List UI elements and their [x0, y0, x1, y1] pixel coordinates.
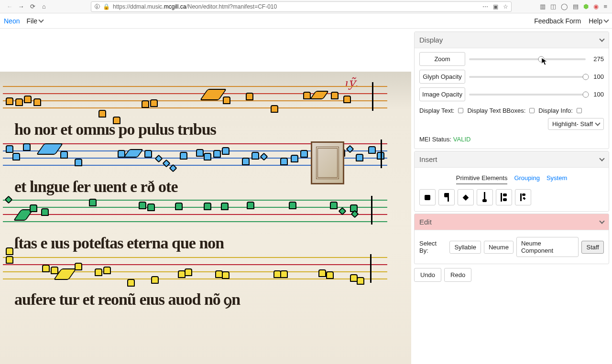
staff-1[interactable]	[3, 86, 387, 115]
undo-redo-row: Undo Redo	[414, 268, 609, 282]
back-button[interactable]: ←	[5, 2, 14, 11]
canvas-area[interactable]: ıỹ.	[0, 29, 411, 364]
select-neume[interactable]: Neume	[484, 241, 514, 254]
ext2-icon[interactable]: ◉	[593, 3, 599, 10]
image-opacity-thumb[interactable]	[583, 91, 589, 97]
url-actions: ⋯ ▣ ☆	[482, 3, 508, 10]
display-toggles: Display Text: Display Text BBoxes: Displ…	[419, 105, 604, 134]
sidebar-icon[interactable]: ◫	[550, 3, 556, 10]
edit-panel-header[interactable]: Edit	[415, 214, 609, 230]
mei-status-row: MEI Status: VALID	[419, 134, 604, 145]
mei-status-value: VALID	[453, 136, 471, 143]
lock-icon: 🔒	[103, 3, 110, 10]
main: ıỹ.	[0, 29, 612, 364]
highlight-label: Highlight- Staff	[552, 120, 593, 128]
glyph-opacity-slider[interactable]	[469, 76, 586, 78]
url-bar[interactable]: 🛈 🔒 https://ddmal.music.mcgill.ca/Neon/e…	[91, 1, 512, 12]
glyph-c-clef[interactable]	[496, 189, 512, 205]
save-icon[interactable]: ▤	[573, 3, 579, 10]
hamburger-icon[interactable]: ≡	[603, 3, 607, 10]
select-staff[interactable]: Staff	[581, 241, 604, 254]
image-opacity-value: 100	[590, 91, 604, 98]
display-panel-header[interactable]: Display	[415, 32, 609, 48]
glyph-buttons	[419, 185, 604, 207]
zoom-row: Zoom 275	[419, 52, 604, 66]
svg-rect-10	[522, 193, 525, 196]
svg-rect-3	[463, 194, 469, 201]
insert-panel-header[interactable]: Insert	[415, 151, 609, 168]
svg-rect-6	[501, 193, 502, 202]
image-opacity-row: Image Opacity 100	[419, 87, 604, 101]
glyph-opacity-thumb[interactable]	[583, 74, 589, 80]
edit-panel: Edit Select By: Syllable Neume Neume Com…	[414, 214, 609, 264]
shield-icon: 🛈	[94, 3, 100, 10]
chevron-down-icon	[599, 218, 604, 224]
select-neume-component[interactable]: Neume Component	[516, 237, 579, 257]
decorated-initial	[311, 141, 344, 184]
svg-rect-11	[523, 197, 525, 200]
zoom-thumb[interactable]	[538, 56, 545, 62]
chevron-down-icon	[603, 17, 609, 22]
highlight-dropdown[interactable]: Highlight- Staff	[548, 118, 604, 130]
nav-arrow-group: ← → ⟳ ⌂	[5, 2, 49, 11]
image-opacity-slider[interactable]	[469, 94, 586, 96]
url-text: https://ddmal.music.mcgill.ca/Neon/edito…	[113, 3, 480, 10]
svg-rect-2	[448, 193, 449, 202]
display-info-checkbox[interactable]	[577, 108, 582, 113]
insert-panel: Insert Primitive Elements Grouping Syste…	[414, 151, 609, 212]
image-opacity-label: Image Opacity	[419, 87, 465, 101]
home-button[interactable]: ⌂	[39, 2, 49, 11]
display-text-checkbox[interactable]	[458, 108, 463, 113]
bookmark-star-icon[interactable]: ☆	[503, 3, 508, 10]
zoom-label: Zoom	[419, 52, 465, 66]
lyric-line-1: ho nor et omnıs po pulus trıbus	[14, 120, 216, 139]
manuscript-image: ıỹ.	[0, 72, 411, 364]
staff-3[interactable]	[3, 200, 387, 228]
redo-button[interactable]: Redo	[444, 268, 471, 282]
chevron-down-icon	[599, 36, 604, 42]
display-panel: Display Zoom 275 Glyph Opacity	[414, 32, 609, 149]
display-text-label: Display Text:	[419, 107, 454, 114]
browser-chrome: ← → ⟳ ⌂ 🛈 🔒 https://ddmal.music.mcgill.c…	[0, 0, 612, 13]
undo-button[interactable]: Undo	[414, 268, 441, 282]
forward-button[interactable]: →	[16, 2, 26, 11]
glyph-opacity-label: Glyph Opacity	[419, 70, 465, 84]
brand[interactable]: Neon	[4, 17, 20, 25]
select-by-row: Select By: Syllable Neume Neume Componen…	[419, 234, 604, 260]
reload-button[interactable]: ⟳	[28, 2, 37, 11]
edit-title: Edit	[419, 218, 432, 226]
select-by-label: Select By:	[419, 240, 447, 254]
ext1-icon[interactable]: ⬢	[583, 3, 589, 10]
tab-system[interactable]: System	[546, 174, 567, 184]
display-title: Display	[419, 36, 443, 44]
insert-tabs: Primitive Elements Grouping System	[419, 171, 604, 185]
more-icon[interactable]: ⋯	[482, 3, 488, 10]
feedback-link[interactable]: Feedback Form	[534, 17, 581, 25]
tab-primitive-elements[interactable]: Primitive Elements	[456, 174, 508, 184]
tab-grouping[interactable]: Grouping	[514, 174, 539, 184]
select-syllable[interactable]: Syllable	[449, 241, 481, 254]
svg-rect-5	[482, 199, 487, 202]
display-bboxes-checkbox[interactable]	[529, 108, 535, 113]
zoom-value: 275	[590, 55, 604, 63]
file-menu[interactable]: File	[26, 17, 43, 25]
glyph-opacity-value: 100	[590, 73, 604, 80]
glyph-diamond[interactable]	[458, 189, 474, 205]
file-menu-label: File	[26, 17, 37, 25]
display-info-label: Display Info:	[538, 107, 573, 114]
glyph-f-clef[interactable]	[515, 189, 531, 205]
svg-rect-0	[425, 195, 430, 200]
svg-rect-7	[503, 193, 507, 196]
library-icon[interactable]: ▥	[540, 3, 546, 10]
glyph-virga[interactable]	[438, 189, 455, 205]
zoom-slider[interactable]	[469, 58, 586, 60]
lyric-line-4: aufere tur et reonũ eıus auod nõ ꝯn	[14, 290, 240, 309]
help-menu[interactable]: Help	[589, 17, 608, 25]
glyph-punctum[interactable]	[419, 189, 436, 205]
chevron-down-icon	[595, 120, 600, 126]
staff-4[interactable]	[3, 257, 387, 286]
account-icon[interactable]: ◯	[561, 3, 568, 10]
reader-icon[interactable]: ▣	[493, 3, 498, 10]
glyph-stem-down[interactable]	[477, 189, 493, 205]
insert-title: Insert	[419, 155, 437, 163]
